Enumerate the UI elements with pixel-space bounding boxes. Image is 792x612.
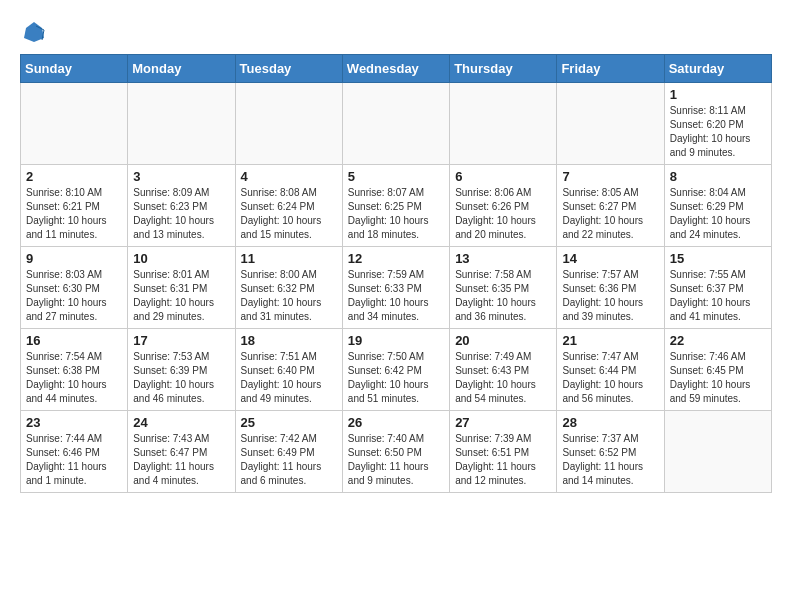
day-info: Sunrise: 7:40 AM Sunset: 6:50 PM Dayligh… bbox=[348, 432, 444, 488]
column-header-tuesday: Tuesday bbox=[235, 55, 342, 83]
calendar-cell: 12Sunrise: 7:59 AM Sunset: 6:33 PM Dayli… bbox=[342, 247, 449, 329]
day-number: 6 bbox=[455, 169, 551, 184]
day-info: Sunrise: 7:58 AM Sunset: 6:35 PM Dayligh… bbox=[455, 268, 551, 324]
day-info: Sunrise: 7:54 AM Sunset: 6:38 PM Dayligh… bbox=[26, 350, 122, 406]
day-info: Sunrise: 8:01 AM Sunset: 6:31 PM Dayligh… bbox=[133, 268, 229, 324]
day-info: Sunrise: 7:55 AM Sunset: 6:37 PM Dayligh… bbox=[670, 268, 766, 324]
column-header-thursday: Thursday bbox=[450, 55, 557, 83]
day-info: Sunrise: 7:43 AM Sunset: 6:47 PM Dayligh… bbox=[133, 432, 229, 488]
day-number: 23 bbox=[26, 415, 122, 430]
day-number: 28 bbox=[562, 415, 658, 430]
day-number: 7 bbox=[562, 169, 658, 184]
day-number: 11 bbox=[241, 251, 337, 266]
calendar-cell: 5Sunrise: 8:07 AM Sunset: 6:25 PM Daylig… bbox=[342, 165, 449, 247]
day-info: Sunrise: 8:05 AM Sunset: 6:27 PM Dayligh… bbox=[562, 186, 658, 242]
calendar-cell bbox=[450, 83, 557, 165]
day-number: 4 bbox=[241, 169, 337, 184]
day-info: Sunrise: 7:59 AM Sunset: 6:33 PM Dayligh… bbox=[348, 268, 444, 324]
calendar-cell: 4Sunrise: 8:08 AM Sunset: 6:24 PM Daylig… bbox=[235, 165, 342, 247]
calendar-cell: 23Sunrise: 7:44 AM Sunset: 6:46 PM Dayli… bbox=[21, 411, 128, 493]
day-number: 22 bbox=[670, 333, 766, 348]
day-info: Sunrise: 7:49 AM Sunset: 6:43 PM Dayligh… bbox=[455, 350, 551, 406]
calendar-cell bbox=[342, 83, 449, 165]
day-number: 19 bbox=[348, 333, 444, 348]
calendar-cell: 22Sunrise: 7:46 AM Sunset: 6:45 PM Dayli… bbox=[664, 329, 771, 411]
column-header-wednesday: Wednesday bbox=[342, 55, 449, 83]
day-number: 1 bbox=[670, 87, 766, 102]
calendar-cell bbox=[664, 411, 771, 493]
day-number: 17 bbox=[133, 333, 229, 348]
day-number: 21 bbox=[562, 333, 658, 348]
calendar-week-row: 9Sunrise: 8:03 AM Sunset: 6:30 PM Daylig… bbox=[21, 247, 772, 329]
day-number: 3 bbox=[133, 169, 229, 184]
calendar-cell bbox=[21, 83, 128, 165]
day-info: Sunrise: 8:10 AM Sunset: 6:21 PM Dayligh… bbox=[26, 186, 122, 242]
day-info: Sunrise: 8:07 AM Sunset: 6:25 PM Dayligh… bbox=[348, 186, 444, 242]
calendar-cell: 24Sunrise: 7:43 AM Sunset: 6:47 PM Dayli… bbox=[128, 411, 235, 493]
day-number: 26 bbox=[348, 415, 444, 430]
calendar-cell: 18Sunrise: 7:51 AM Sunset: 6:40 PM Dayli… bbox=[235, 329, 342, 411]
day-info: Sunrise: 8:00 AM Sunset: 6:32 PM Dayligh… bbox=[241, 268, 337, 324]
column-header-friday: Friday bbox=[557, 55, 664, 83]
day-number: 16 bbox=[26, 333, 122, 348]
calendar-header-row: SundayMondayTuesdayWednesdayThursdayFrid… bbox=[21, 55, 772, 83]
day-number: 27 bbox=[455, 415, 551, 430]
calendar-cell: 16Sunrise: 7:54 AM Sunset: 6:38 PM Dayli… bbox=[21, 329, 128, 411]
logo-icon bbox=[22, 20, 46, 44]
calendar-cell: 9Sunrise: 8:03 AM Sunset: 6:30 PM Daylig… bbox=[21, 247, 128, 329]
calendar-week-row: 23Sunrise: 7:44 AM Sunset: 6:46 PM Dayli… bbox=[21, 411, 772, 493]
day-info: Sunrise: 7:37 AM Sunset: 6:52 PM Dayligh… bbox=[562, 432, 658, 488]
day-info: Sunrise: 8:09 AM Sunset: 6:23 PM Dayligh… bbox=[133, 186, 229, 242]
day-info: Sunrise: 8:03 AM Sunset: 6:30 PM Dayligh… bbox=[26, 268, 122, 324]
day-number: 10 bbox=[133, 251, 229, 266]
calendar-cell bbox=[128, 83, 235, 165]
calendar-cell: 6Sunrise: 8:06 AM Sunset: 6:26 PM Daylig… bbox=[450, 165, 557, 247]
day-number: 20 bbox=[455, 333, 551, 348]
calendar-cell: 11Sunrise: 8:00 AM Sunset: 6:32 PM Dayli… bbox=[235, 247, 342, 329]
day-info: Sunrise: 8:08 AM Sunset: 6:24 PM Dayligh… bbox=[241, 186, 337, 242]
day-info: Sunrise: 7:47 AM Sunset: 6:44 PM Dayligh… bbox=[562, 350, 658, 406]
day-number: 5 bbox=[348, 169, 444, 184]
column-header-monday: Monday bbox=[128, 55, 235, 83]
day-info: Sunrise: 7:50 AM Sunset: 6:42 PM Dayligh… bbox=[348, 350, 444, 406]
calendar-cell bbox=[235, 83, 342, 165]
calendar-cell: 2Sunrise: 8:10 AM Sunset: 6:21 PM Daylig… bbox=[21, 165, 128, 247]
day-info: Sunrise: 7:57 AM Sunset: 6:36 PM Dayligh… bbox=[562, 268, 658, 324]
calendar-cell: 17Sunrise: 7:53 AM Sunset: 6:39 PM Dayli… bbox=[128, 329, 235, 411]
calendar-week-row: 1Sunrise: 8:11 AM Sunset: 6:20 PM Daylig… bbox=[21, 83, 772, 165]
day-info: Sunrise: 8:04 AM Sunset: 6:29 PM Dayligh… bbox=[670, 186, 766, 242]
day-number: 8 bbox=[670, 169, 766, 184]
calendar-cell: 25Sunrise: 7:42 AM Sunset: 6:49 PM Dayli… bbox=[235, 411, 342, 493]
calendar-cell bbox=[557, 83, 664, 165]
day-info: Sunrise: 8:06 AM Sunset: 6:26 PM Dayligh… bbox=[455, 186, 551, 242]
page-header bbox=[20, 20, 772, 44]
day-number: 24 bbox=[133, 415, 229, 430]
day-info: Sunrise: 7:42 AM Sunset: 6:49 PM Dayligh… bbox=[241, 432, 337, 488]
calendar-cell: 21Sunrise: 7:47 AM Sunset: 6:44 PM Dayli… bbox=[557, 329, 664, 411]
logo bbox=[20, 20, 46, 44]
day-number: 2 bbox=[26, 169, 122, 184]
calendar-cell: 1Sunrise: 8:11 AM Sunset: 6:20 PM Daylig… bbox=[664, 83, 771, 165]
calendar-cell: 20Sunrise: 7:49 AM Sunset: 6:43 PM Dayli… bbox=[450, 329, 557, 411]
calendar-cell: 3Sunrise: 8:09 AM Sunset: 6:23 PM Daylig… bbox=[128, 165, 235, 247]
calendar-week-row: 2Sunrise: 8:10 AM Sunset: 6:21 PM Daylig… bbox=[21, 165, 772, 247]
day-info: Sunrise: 7:53 AM Sunset: 6:39 PM Dayligh… bbox=[133, 350, 229, 406]
calendar-cell: 8Sunrise: 8:04 AM Sunset: 6:29 PM Daylig… bbox=[664, 165, 771, 247]
day-info: Sunrise: 7:51 AM Sunset: 6:40 PM Dayligh… bbox=[241, 350, 337, 406]
calendar-cell: 28Sunrise: 7:37 AM Sunset: 6:52 PM Dayli… bbox=[557, 411, 664, 493]
calendar-week-row: 16Sunrise: 7:54 AM Sunset: 6:38 PM Dayli… bbox=[21, 329, 772, 411]
column-header-saturday: Saturday bbox=[664, 55, 771, 83]
day-number: 14 bbox=[562, 251, 658, 266]
calendar-cell: 15Sunrise: 7:55 AM Sunset: 6:37 PM Dayli… bbox=[664, 247, 771, 329]
calendar-cell: 10Sunrise: 8:01 AM Sunset: 6:31 PM Dayli… bbox=[128, 247, 235, 329]
day-info: Sunrise: 7:39 AM Sunset: 6:51 PM Dayligh… bbox=[455, 432, 551, 488]
calendar-cell: 27Sunrise: 7:39 AM Sunset: 6:51 PM Dayli… bbox=[450, 411, 557, 493]
column-header-sunday: Sunday bbox=[21, 55, 128, 83]
day-info: Sunrise: 7:44 AM Sunset: 6:46 PM Dayligh… bbox=[26, 432, 122, 488]
calendar-cell: 19Sunrise: 7:50 AM Sunset: 6:42 PM Dayli… bbox=[342, 329, 449, 411]
day-number: 12 bbox=[348, 251, 444, 266]
calendar-cell: 26Sunrise: 7:40 AM Sunset: 6:50 PM Dayli… bbox=[342, 411, 449, 493]
calendar-cell: 7Sunrise: 8:05 AM Sunset: 6:27 PM Daylig… bbox=[557, 165, 664, 247]
day-info: Sunrise: 7:46 AM Sunset: 6:45 PM Dayligh… bbox=[670, 350, 766, 406]
day-number: 9 bbox=[26, 251, 122, 266]
